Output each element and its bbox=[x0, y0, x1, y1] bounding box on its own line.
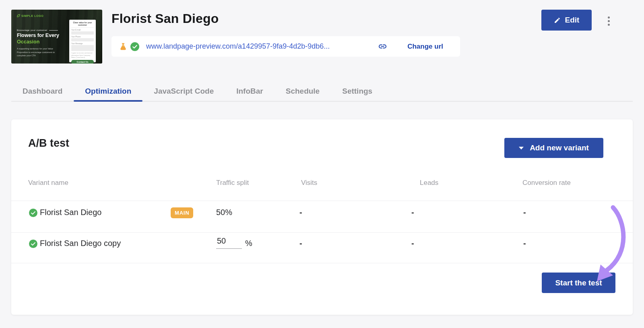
conversion-rate-value: - bbox=[523, 239, 526, 248]
variant-status-icon bbox=[29, 240, 37, 248]
thumbnail-contact-button: Contact Us bbox=[71, 60, 94, 64]
add-variant-label: Add new variant bbox=[530, 144, 589, 152]
thumbnail-body-copy: A supporting sentence for your Value Pro… bbox=[17, 47, 59, 57]
page: SIMPLE LOGO Encourage your customer Flow… bbox=[0, 0, 644, 328]
divider bbox=[11, 263, 633, 263]
tab-infobar[interactable]: InfoBar bbox=[225, 82, 275, 101]
variant-name: Florist San Diego bbox=[40, 208, 101, 217]
check-circle-icon bbox=[130, 42, 139, 51]
visits-value: - bbox=[299, 208, 302, 217]
caret-down-icon bbox=[519, 147, 524, 150]
percent-sign: % bbox=[245, 239, 252, 248]
thumbnail-form-label: Your Phone bbox=[71, 36, 94, 38]
column-header-conversion-rate: Conversion rate bbox=[522, 179, 571, 187]
thumbnail-headline: Flowers for Every bbox=[17, 33, 59, 38]
leads-value: - bbox=[411, 208, 414, 217]
landing-page-thumbnail[interactable]: SIMPLE LOGO Encourage your customer Flow… bbox=[11, 10, 102, 64]
thumbnail-form-input bbox=[71, 38, 94, 41]
thumbnail-form-textarea bbox=[71, 45, 94, 51]
thumbnail-form-label: Your E-mail bbox=[71, 29, 94, 31]
add-variant-button[interactable]: Add new variant bbox=[504, 138, 603, 158]
page-url-link[interactable]: www.landpage-preview.com/a1429957-9fa9-4… bbox=[146, 42, 330, 51]
traffic-split-input[interactable] bbox=[216, 236, 242, 249]
thumbnail-logo: SIMPLE LOGO bbox=[17, 14, 43, 17]
flask-icon bbox=[119, 42, 128, 51]
divider bbox=[11, 201, 633, 201]
leads-value: - bbox=[411, 239, 414, 248]
start-test-button[interactable]: Start the test bbox=[542, 273, 615, 293]
url-bar: www.landpage-preview.com/a1429957-9fa9-4… bbox=[111, 36, 460, 57]
column-header-traffic-split: Traffic split bbox=[216, 179, 249, 187]
thumbnail-form-consent: I agree to receive commercial informatio… bbox=[71, 52, 94, 59]
kebab-menu-icon[interactable] bbox=[605, 14, 613, 28]
thumbnail-form-heading: Clear value for your customer bbox=[71, 21, 94, 28]
edit-button-label: Edit bbox=[565, 16, 580, 25]
main-badge: MAIN bbox=[171, 207, 193, 218]
edit-button[interactable]: Edit bbox=[541, 10, 592, 31]
column-header-visits: Visits bbox=[301, 179, 317, 187]
leaf-icon bbox=[17, 14, 20, 17]
divider bbox=[11, 232, 633, 233]
link-icon[interactable] bbox=[378, 42, 387, 51]
page-title: Florist San Diego bbox=[111, 11, 219, 26]
traffic-split-value: 50% bbox=[216, 208, 232, 217]
tab-schedule[interactable]: Schedule bbox=[275, 82, 331, 101]
tab-optimization[interactable]: Optimization bbox=[74, 82, 142, 101]
column-header-leads: Leads bbox=[420, 179, 438, 187]
tab-javascript-code[interactable]: JavaScript Code bbox=[142, 82, 225, 101]
ab-test-card: A/B test Add new variant Variant name Tr… bbox=[11, 119, 633, 315]
tab-settings[interactable]: Settings bbox=[331, 82, 384, 101]
tab-bar: Dashboard Optimization JavaScript Code I… bbox=[11, 82, 633, 102]
conversion-rate-value: - bbox=[523, 208, 526, 217]
change-url-link[interactable]: Change url bbox=[407, 43, 443, 51]
thumbnail-kicker: Encourage your customer bbox=[17, 29, 58, 31]
pencil-icon bbox=[554, 17, 561, 24]
thumbnail-form-label: Your Message bbox=[71, 43, 94, 45]
variant-status-icon bbox=[29, 209, 37, 217]
section-title: A/B test bbox=[28, 137, 69, 150]
visits-value: - bbox=[299, 239, 302, 248]
thumbnail-form-input bbox=[71, 31, 94, 35]
thumbnail-subheadline: Occasion bbox=[17, 39, 39, 45]
thumbnail-form: Clear value for your customer Your E-mai… bbox=[69, 20, 96, 62]
variant-name: Florist San Diego copy bbox=[40, 239, 121, 248]
tab-dashboard[interactable]: Dashboard bbox=[11, 82, 74, 101]
column-header-variant-name: Variant name bbox=[28, 179, 68, 187]
